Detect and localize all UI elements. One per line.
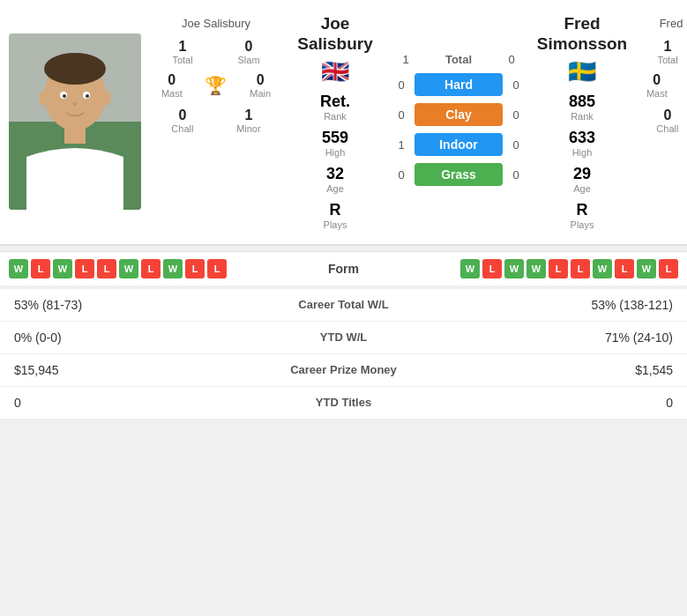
right-total-value: 1 [664,39,672,55]
left-rank-label: Rank [324,111,347,122]
right-total-slam-row: 1 Total 0 Slam [635,39,687,65]
left-player-photo-container [0,9,150,235]
right-chall-label: Chall [656,123,678,134]
stats-table: 53% (81-73) Career Total W/L 53% (138-12… [0,289,687,419]
left-center-info: Joe Salisbury 🇬🇧 Ret. Rank 559 High 32 A… [282,14,388,230]
form-badge-l: L [549,259,568,278]
titles-left: 0 [14,396,247,410]
svg-point-9 [39,90,49,106]
left-player-avatar-svg [9,33,141,210]
form-badge-w: W [637,259,656,278]
ytd-wl-right: 71% (24-10) [441,330,674,345]
left-total-value: 1 [179,39,187,55]
right-rank-label: Rank [571,111,594,122]
left-mast-label: Mast [161,88,183,99]
surface-grass-btn[interactable]: Grass [414,163,503,186]
top-section: Joe Salisbury 1 Total 0 Slam 0 Mast 🏆 [0,0,687,246]
right-age-block: 29 Age [573,165,591,194]
form-badge-l: L [615,259,634,278]
titles-row: 0 YTD Titles 0 [0,387,687,419]
surface-total-row: 1 Total 0 [388,53,529,66]
career-wl-left: 53% (81-73) [14,298,247,312]
left-age-value: 32 [326,165,344,183]
form-badge-l: L [482,259,502,278]
form-badge-l: L [185,259,205,278]
form-badge-l: L [97,259,116,278]
hard-left-count: 0 [388,78,414,92]
left-main-stat: 0 Main [250,72,271,99]
svg-point-8 [86,94,89,98]
svg-rect-4 [64,126,86,144]
surface-clay-btn[interactable]: Clay [414,103,503,126]
form-badge-w: W [593,259,612,278]
left-player-photo [9,33,141,210]
surface-column: 1 Total 0 0 Hard 0 0 Clay 0 [388,14,529,189]
right-form-badges: WLWWLLWLWL [460,259,678,278]
left-chall-label: Chall [171,123,193,134]
left-form-badges: WLWLLWLWLL [9,259,227,278]
surface-grass-row: 0 Grass 0 [388,163,529,186]
form-badge-l: L [31,259,50,278]
career-wl-row: 53% (81-73) Career Total W/L 53% (138-12… [0,289,687,322]
right-high-label: High [572,147,593,158]
left-minor-label: Minor [236,123,261,134]
left-age-label: Age [326,183,344,194]
left-minor-stat: 1 Minor [236,108,261,134]
left-age-block: 32 Age [326,165,344,194]
right-chall-stat: 0 Chall [656,108,678,134]
right-total-label: Total [657,55,677,65]
center-column: Joe Salisbury 🇬🇧 Ret. Rank 559 High 32 A… [282,9,635,235]
grass-right-count: 0 [503,168,529,182]
right-total-stat: 1 Total [657,39,677,65]
left-total-slam-row: 1 Total 0 Slam [150,39,282,65]
form-badge-w: W [460,259,480,278]
total-left-count: 1 [392,53,419,66]
titles-right: 0 [441,396,674,410]
form-badge-l: L [141,259,161,278]
left-player-name-label: Joe Salisbury [182,17,250,30]
right-high-block: 633 High [569,129,595,158]
svg-point-7 [63,94,66,98]
left-mast-stat: 0 Mast [161,72,183,99]
left-chall-value: 0 [178,108,186,123]
clay-left-count: 0 [388,108,414,122]
left-flag: 🇬🇧 [321,58,349,85]
form-badge-w: W [526,259,546,278]
right-chall-minor-row: 0 Chall 1 Minor [635,108,687,134]
right-mast-stat: 0 Mast [646,72,668,99]
left-minor-value: 1 [244,108,252,123]
left-trophy-row: 0 Mast 🏆 0 Main [150,72,282,99]
total-right-count: 0 [498,53,525,66]
right-plays-value: R [577,201,588,219]
left-total-stat: 1 Total [172,39,192,65]
left-high-label: High [325,147,346,158]
form-badge-w: W [163,259,183,278]
clay-right-count: 0 [503,108,529,122]
prize-left: $15,945 [14,363,247,377]
right-mast-label: Mast [646,88,668,99]
left-main-label: Main [250,88,271,99]
left-high-block: 559 High [322,129,348,158]
svg-point-3 [44,53,106,85]
ytd-wl-label: YTD W/L [247,330,441,344]
form-badge-w: W [504,259,524,278]
right-age-label: Age [573,183,591,194]
surface-hard-btn[interactable]: Hard [414,73,503,96]
hard-right-count: 0 [503,78,529,92]
right-plays-label: Plays [571,219,594,230]
form-badge-l: L [75,259,94,278]
center-name-row: Joe Salisbury 🇬🇧 Ret. Rank 559 High 32 A… [282,14,635,230]
left-mast-value: 0 [168,72,175,88]
left-slam-value: 0 [245,39,253,55]
main-container: Joe Salisbury 1 Total 0 Slam 0 Mast 🏆 [0,0,687,419]
left-slam-label: Slam [238,55,260,65]
left-total-label: Total [172,55,192,65]
left-plays-label: Plays [324,219,347,230]
left-chall-stat: 0 Chall [171,108,193,134]
indoor-right-count: 0 [503,138,529,152]
total-label: Total [419,53,498,66]
right-chall-value: 0 [663,108,671,123]
prize-label: Career Prize Money [247,363,441,376]
surface-indoor-btn[interactable]: Indoor [414,133,503,156]
right-trophy-row: 0 Mast 🏆 0 Main [635,72,687,99]
